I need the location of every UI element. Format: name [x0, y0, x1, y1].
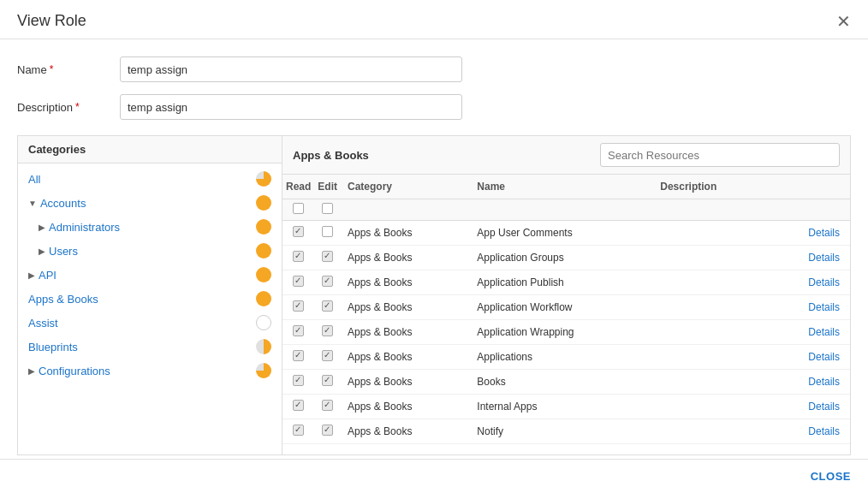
chevron-users: ▶ — [39, 246, 45, 256]
category-cell-7: Apps & Books — [341, 395, 470, 419]
read-checkbox-8[interactable] — [293, 425, 304, 436]
details-link-7[interactable]: Details — [808, 401, 840, 413]
col-name: Name — [470, 175, 653, 199]
indicator-users — [256, 243, 271, 258]
edit-cell-5[interactable] — [314, 345, 341, 370]
name-required: * — [50, 63, 54, 75]
read-checkbox-7[interactable] — [293, 400, 304, 411]
read-cell-5[interactable] — [282, 345, 314, 370]
table-row: Apps & Books Notify Details — [282, 419, 850, 444]
modal-title: View Role — [17, 12, 86, 30]
name-label: Name * — [17, 63, 120, 76]
read-cell-1[interactable] — [282, 246, 314, 270]
category-cell-0: Apps & Books — [341, 221, 470, 246]
read-cell-3[interactable] — [282, 295, 314, 320]
read-checkbox-5[interactable] — [293, 350, 304, 361]
read-checkbox-0[interactable] — [293, 226, 304, 237]
description-cell-7 — [653, 395, 770, 419]
table-row: Apps & Books Internal Apps Details — [282, 395, 850, 419]
edit-all-check[interactable] — [314, 199, 341, 221]
sidebar-item-accounts[interactable]: ▼ Accounts — [18, 191, 282, 215]
edit-cell-2[interactable] — [314, 270, 341, 295]
category-cell-1: Apps & Books — [341, 246, 470, 270]
sidebar-item-api[interactable]: ▶ API — [18, 263, 282, 287]
details-cell-3: Details — [770, 295, 850, 320]
indicator-administrators — [256, 219, 271, 235]
edit-cell-6[interactable] — [314, 370, 341, 395]
description-field[interactable] — [120, 94, 462, 120]
chevron-administrators: ▶ — [39, 223, 45, 232]
read-cell-4[interactable] — [282, 320, 314, 345]
edit-cell-7[interactable] — [314, 395, 341, 419]
details-link-6[interactable]: Details — [808, 376, 840, 388]
name-cell-4: Application Wrapping — [470, 320, 653, 345]
modal-body: Name * Description * Categories — [0, 39, 868, 455]
close-icon[interactable]: ✕ — [836, 13, 851, 30]
read-all-check[interactable] — [282, 199, 314, 221]
chevron-api: ▶ — [28, 270, 35, 280]
sidebar-item-blueprints[interactable]: Blueprints — [18, 335, 282, 359]
edit-checkbox-8[interactable] — [322, 425, 333, 436]
name-field[interactable] — [120, 56, 462, 82]
edit-checkbox-0[interactable] — [322, 226, 333, 237]
read-cell-7[interactable] — [282, 395, 314, 419]
edit-checkbox-4[interactable] — [322, 325, 333, 336]
sidebar-item-users[interactable]: ▶ Users — [18, 239, 282, 263]
read-cell-8[interactable] — [282, 419, 314, 444]
table-row: Apps & Books Applications Details — [282, 345, 850, 370]
edit-checkbox-1[interactable] — [322, 251, 333, 262]
sidebar-item-apps-books[interactable]: Apps & Books — [18, 287, 282, 311]
details-link-1[interactable]: Details — [808, 252, 840, 264]
details-link-2[interactable]: Details — [808, 276, 840, 288]
read-cell-0[interactable] — [282, 221, 314, 246]
details-link-8[interactable]: Details — [808, 425, 840, 437]
name-cell-1: Application Groups — [470, 246, 653, 270]
name-cell-7: Internal Apps — [470, 395, 653, 419]
search-input[interactable] — [600, 143, 840, 167]
edit-checkbox-7[interactable] — [322, 400, 333, 411]
name-cell-6: Books — [470, 370, 653, 395]
edit-checkbox-5[interactable] — [322, 350, 333, 361]
details-cell-7: Details — [770, 395, 850, 419]
description-cell-6 — [653, 370, 770, 395]
categories-list: All ▼ Accounts — [18, 163, 282, 454]
indicator-accounts — [256, 195, 271, 211]
edit-cell-0[interactable] — [314, 221, 341, 246]
sidebar-item-all[interactable]: All — [18, 167, 282, 191]
sidebar-item-administrators[interactable]: ▶ Administrators — [18, 215, 282, 239]
edit-cell-3[interactable] — [314, 295, 341, 320]
details-cell-0: Details — [770, 221, 850, 246]
edit-all-checkbox[interactable] — [322, 203, 333, 214]
read-checkbox-1[interactable] — [293, 251, 304, 262]
col-edit: Edit — [314, 175, 341, 199]
name-row: Name * — [17, 56, 851, 82]
read-checkbox-4[interactable] — [293, 325, 304, 336]
details-link-4[interactable]: Details — [808, 326, 840, 338]
edit-cell-4[interactable] — [314, 320, 341, 345]
view-role-modal: View Role ✕ Name * Description * Categor… — [0, 0, 868, 493]
edit-checkbox-3[interactable] — [322, 300, 333, 312]
description-row: Description * — [17, 94, 851, 120]
read-checkbox-6[interactable] — [293, 375, 304, 386]
col-description: Description — [653, 175, 770, 199]
indicator-apps-books — [256, 291, 271, 306]
read-all-checkbox[interactable] — [293, 203, 304, 214]
resources-panel: Apps & Books Read Edit Category Name Des… — [282, 135, 851, 455]
edit-checkbox-2[interactable] — [322, 276, 333, 287]
details-link-5[interactable]: Details — [808, 351, 840, 363]
details-link-3[interactable]: Details — [808, 301, 840, 313]
sidebar-item-configurations[interactable]: ▶ Configurations — [18, 359, 282, 383]
read-checkbox-3[interactable] — [293, 300, 304, 312]
read-checkbox-2[interactable] — [293, 276, 304, 287]
details-link-0[interactable]: Details — [808, 227, 840, 239]
edit-cell-1[interactable] — [314, 246, 341, 270]
close-footer-button[interactable]: CLOSE — [811, 470, 851, 483]
table-row: Apps & Books Application Workflow Detail… — [282, 295, 850, 320]
read-cell-2[interactable] — [282, 270, 314, 295]
edit-cell-8[interactable] — [314, 419, 341, 444]
read-cell-6[interactable] — [282, 370, 314, 395]
table-row: Apps & Books App User Comments Details — [282, 221, 850, 246]
edit-checkbox-6[interactable] — [322, 375, 333, 386]
sidebar-item-assist[interactable]: Assist — [18, 311, 282, 335]
modal-footer: CLOSE — [0, 459, 868, 493]
